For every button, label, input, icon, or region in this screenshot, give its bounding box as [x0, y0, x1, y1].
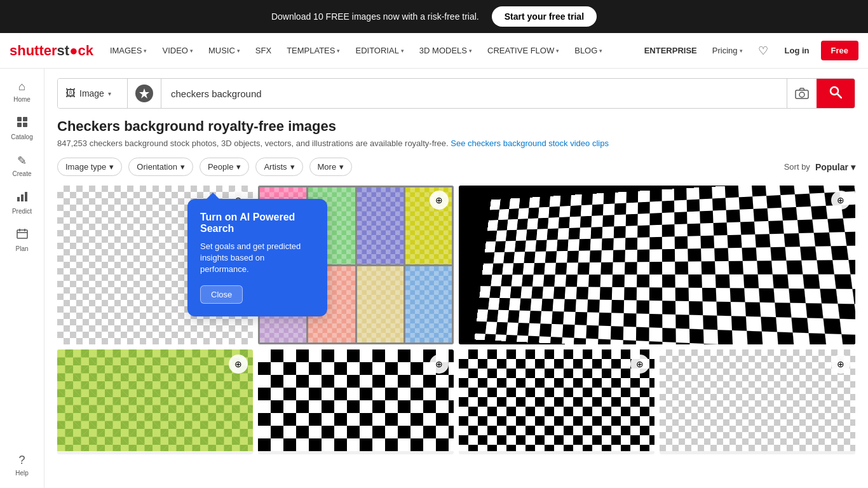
image-cell[interactable]: ⊕: [258, 349, 454, 454]
nav-label-sfx: SFX: [255, 46, 271, 55]
image-cell[interactable]: ⊕: [57, 349, 253, 454]
nav-item-creative-flow[interactable]: CREATIVE FLOW ▾: [482, 33, 564, 68]
image-thumbnail: [459, 349, 654, 451]
svg-rect-2: [17, 123, 22, 127]
svg-rect-4: [17, 197, 20, 201]
chevron-down-icon: ▾: [290, 162, 295, 172]
zoom-button[interactable]: ⊕: [229, 355, 248, 374]
image-cell[interactable]: ⊕: [459, 349, 654, 454]
chevron-down-icon: ▾: [556, 48, 559, 54]
sidebar-label-help: Help: [15, 470, 29, 477]
nav-label-editorial: EDITORIAL: [355, 46, 398, 55]
filter-more-label: More: [318, 162, 337, 172]
camera-search-button[interactable]: [787, 79, 817, 108]
pricing-label: Pricing: [712, 46, 738, 55]
svg-point-12: [799, 92, 804, 97]
chevron-down-icon: ▾: [740, 48, 743, 54]
tooltip-close-button[interactable]: Close: [200, 285, 243, 304]
nav-item-music[interactable]: MUSIC ▾: [203, 33, 245, 68]
nav-enterprise[interactable]: ENTERPRISE: [639, 46, 702, 55]
result-count: 847,253: [57, 139, 87, 148]
zoom-button[interactable]: ⊕: [430, 191, 449, 210]
zoom-button[interactable]: ⊕: [831, 355, 850, 374]
nav-item-templates[interactable]: TEMPLATES ▾: [281, 33, 345, 68]
chevron-down-icon: ▾: [599, 48, 602, 54]
nav-item-video[interactable]: VIDEO ▾: [157, 33, 198, 68]
filter-orientation-label: Orientation: [137, 162, 177, 172]
search-type-dropdown[interactable]: 🖼 Image ▾: [58, 79, 128, 108]
logo[interactable]: shutterst●ck: [10, 43, 93, 59]
chevron-down-icon: ▾: [851, 162, 855, 172]
sidebar-label-home: Home: [13, 96, 31, 103]
svg-rect-6: [25, 192, 27, 201]
nav-pricing[interactable]: Pricing ▾: [707, 46, 748, 55]
sort-select[interactable]: Popular ▾: [815, 162, 855, 172]
nav-label-creative-flow: CREATIVE FLOW: [487, 46, 554, 55]
nav-item-editorial[interactable]: EDITORIAL ▾: [350, 33, 409, 68]
filter-image-type[interactable]: Image type ▾: [57, 158, 122, 176]
nav-label-templates: TEMPLATES: [287, 46, 335, 55]
sidebar-item-predict[interactable]: Predict: [0, 186, 44, 220]
free-button[interactable]: Free: [821, 41, 858, 60]
image-cell[interactable]: ⊕: [459, 186, 855, 344]
chevron-down-icon: ▾: [180, 162, 185, 172]
sidebar-item-plan[interactable]: Plan: [0, 223, 44, 257]
zoom-button[interactable]: ⊕: [831, 191, 850, 210]
plan-icon: [17, 228, 28, 243]
nav-item-images[interactable]: IMAGES ▾: [105, 33, 153, 68]
mini-checker-cell: [357, 266, 403, 343]
filter-people-label: People: [208, 162, 233, 172]
filter-more[interactable]: More ▾: [309, 158, 353, 176]
mini-checker-cell: [357, 187, 403, 264]
favorites-icon[interactable]: ♡: [753, 44, 773, 58]
zoom-button[interactable]: ⊕: [430, 355, 449, 374]
svg-rect-1: [23, 117, 27, 121]
top-banner: Download 10 FREE images now with a risk-…: [0, 0, 868, 33]
bw-flag-pattern: [474, 186, 855, 344]
sidebar-label-plan: Plan: [15, 245, 28, 252]
nav-label-music: MUSIC: [208, 46, 235, 55]
sidebar-item-home[interactable]: ⌂ Home: [0, 75, 44, 108]
trial-button[interactable]: Start your free trial: [492, 6, 597, 27]
svg-line-14: [837, 94, 841, 98]
search-submit-button[interactable]: [817, 79, 855, 108]
sidebar-item-help[interactable]: ? Help: [0, 449, 44, 482]
chevron-down-icon: ▾: [337, 48, 340, 54]
filter-image-type-label: Image type: [65, 162, 106, 172]
tooltip-body: Set goals and get predicted insights bas…: [200, 241, 315, 276]
svg-rect-3: [23, 123, 27, 127]
zoom-button[interactable]: ⊕: [630, 355, 649, 374]
filter-orientation[interactable]: Orientation ▾: [128, 158, 193, 176]
filter-people[interactable]: People ▾: [200, 158, 249, 176]
nav-item-blog[interactable]: BLOG ▾: [569, 33, 607, 68]
sidebar: ⌂ Home Catalog ✎ Create Predict Plan ?: [0, 69, 44, 488]
chevron-down-icon: ▾: [339, 162, 344, 172]
ai-icon: [135, 85, 153, 102]
image-thumbnail: [660, 349, 855, 451]
page-subtitle: 847,253 checkers background stock photos…: [57, 139, 855, 148]
chevron-down-icon: ▾: [236, 162, 241, 172]
sidebar-item-create[interactable]: ✎ Create: [0, 149, 44, 182]
image-thumbnail: [258, 349, 454, 451]
banner-text: Download 10 FREE images now with a risk-…: [271, 11, 479, 22]
image-cell[interactable]: ⊕: [660, 349, 855, 454]
sort-label: Sort by: [784, 162, 810, 172]
chevron-down-icon: ▾: [401, 48, 404, 54]
image-thumbnail: [57, 349, 253, 451]
sidebar-item-catalog[interactable]: Catalog: [0, 111, 44, 146]
filter-artists[interactable]: Artists ▾: [255, 158, 302, 176]
video-clips-link[interactable]: See checkers background stock video clip…: [451, 139, 609, 148]
ai-search-button[interactable]: [128, 79, 161, 108]
mini-checker-cell: [405, 266, 452, 343]
nav-item-sfx[interactable]: SFX: [250, 33, 276, 68]
search-input[interactable]: [161, 88, 787, 99]
sort-area: Sort by Popular ▾: [784, 162, 855, 172]
nav-item-3d-models[interactable]: 3D MODELS ▾: [414, 33, 477, 68]
sort-value: Popular: [815, 162, 848, 172]
chevron-down-icon: ▾: [237, 48, 240, 54]
login-button[interactable]: Log in: [778, 46, 816, 55]
chevron-down-icon: ▾: [108, 90, 111, 97]
svg-rect-0: [17, 117, 22, 121]
main-container: ⌂ Home Catalog ✎ Create Predict Plan ?: [0, 69, 868, 488]
chevron-down-icon: ▾: [469, 48, 472, 54]
